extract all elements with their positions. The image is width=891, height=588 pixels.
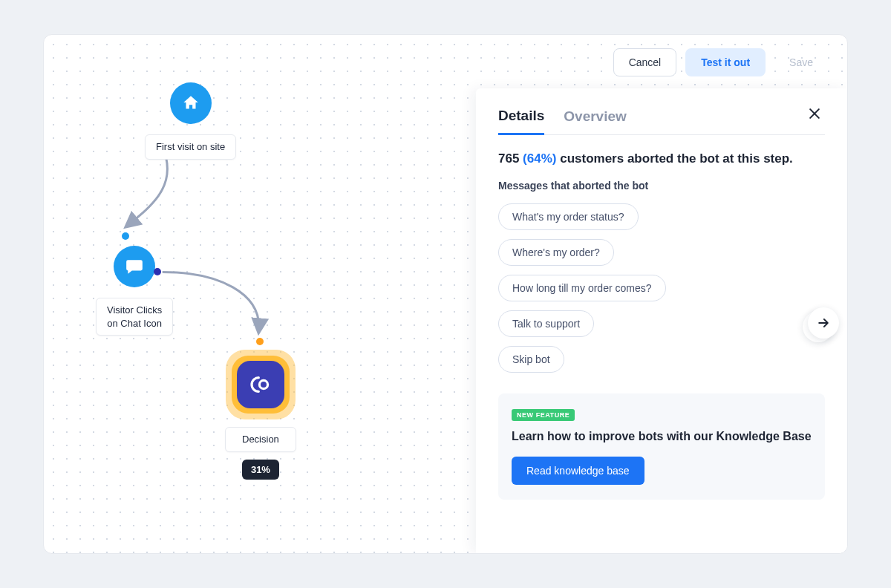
aborted-message-chip[interactable]: What's my order status? — [498, 203, 639, 230]
panel-tabs: Details Overview — [498, 108, 825, 135]
messages-section-label: Messages that aborted the bot — [498, 180, 825, 192]
connector-dot-blue — [122, 232, 129, 240]
test-it-out-button[interactable]: Test it out — [685, 48, 766, 76]
save-button: Save — [774, 48, 828, 76]
read-knowledge-base-button[interactable]: Read knowledge base — [512, 457, 644, 485]
decision-icon — [237, 361, 284, 408]
tab-overview[interactable]: Overview — [564, 108, 627, 134]
aborted-message-chip[interactable]: Skip bot — [498, 346, 564, 373]
aborted-message-chip[interactable]: Talk to support — [498, 310, 594, 337]
connector-dot-purple — [154, 268, 161, 275]
node-label: First visit on site — [145, 134, 236, 160]
svg-point-0 — [259, 380, 267, 388]
flow-node-decision[interactable]: Decision 31% — [225, 350, 296, 480]
new-feature-badge: NEW FEATURE — [512, 409, 575, 421]
arrow-right-icon — [816, 316, 831, 330]
home-icon — [170, 82, 212, 124]
knowledge-base-card: NEW FEATURE Learn how to improve bots wi… — [498, 393, 825, 500]
node-label: Decision — [225, 427, 296, 452]
abort-percent: (64%) — [523, 151, 556, 166]
next-step-floating-button[interactable] — [808, 307, 839, 339]
flow-node-chat-click[interactable]: Visitor Clicks on Chat Icon — [96, 246, 173, 336]
abort-summary-text: customers aborted the bot at this step. — [560, 151, 793, 166]
bot-flow-canvas: Cancel Test it out Save First visit on s… — [43, 34, 848, 554]
tab-details[interactable]: Details — [498, 108, 544, 135]
aborted-message-list: What's my order status? Where's my order… — [498, 203, 825, 373]
abort-count: 765 — [498, 151, 519, 166]
connector-dot-orange — [256, 338, 264, 345]
abort-summary: 765 (64%) customers aborted the bot at t… — [498, 151, 825, 166]
node-label: Visitor Clicks on Chat Icon — [96, 298, 173, 336]
aborted-message-chip[interactable]: How long till my order comes? — [498, 275, 666, 301]
close-icon[interactable] — [807, 106, 825, 124]
chat-icon — [114, 246, 155, 287]
aborted-message-chip[interactable]: Where's my order? — [498, 239, 614, 266]
cancel-button[interactable]: Cancel — [613, 48, 677, 76]
flow-node-first-visit[interactable]: First visit on site — [145, 82, 236, 160]
decision-rate-badge: 31% — [242, 460, 279, 480]
action-bar: Cancel Test it out Save — [613, 48, 828, 76]
step-detail-panel: Details Overview 765 (64%) customers abo… — [476, 88, 847, 553]
kb-card-title: Learn how to improve bots with our Knowl… — [512, 428, 812, 445]
